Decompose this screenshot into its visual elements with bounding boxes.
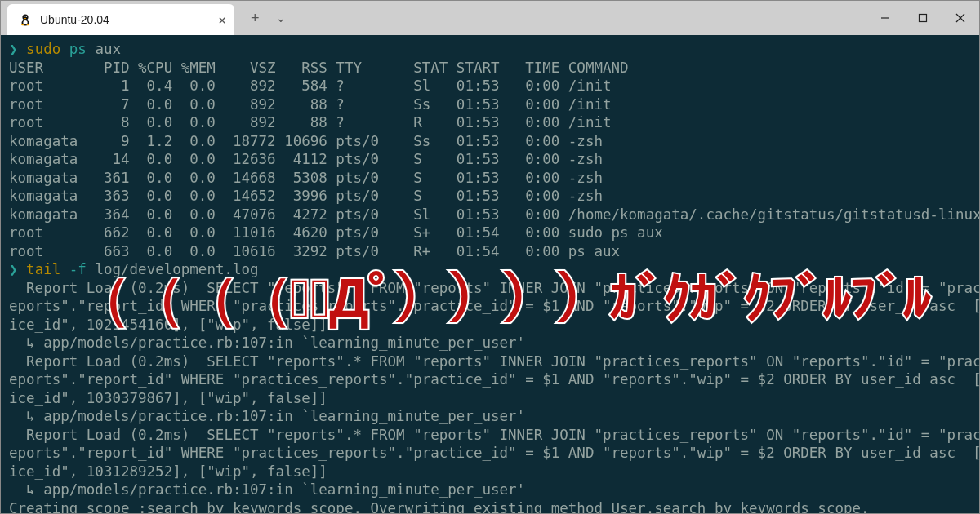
tab-title: Ubuntu-20.04 [40,13,109,26]
maximize-button[interactable] [904,1,942,35]
window-controls [866,1,979,35]
tux-icon [19,13,32,26]
cmd-tail: tail [26,261,60,277]
prompt-symbol: ❯ [9,41,18,57]
ps-output: root 1 0.4 0.0 892 584 ? Sl 01:53 0:00 /… [9,78,979,259]
svg-point-2 [23,20,27,24]
tab-ubuntu[interactable]: Ubuntu-20.04 × [7,4,234,35]
svg-point-8 [26,24,29,25]
minimize-button[interactable] [866,1,904,35]
new-tab-button[interactable]: + [251,10,260,27]
close-icon[interactable]: × [218,12,226,28]
terminal[interactable]: ❯ sudo ps aux USER PID %CPU %MEM VSZ RSS… [1,35,979,513]
tab-dropdown-button[interactable]: ⌄ [276,11,286,24]
cmd-sudo: sudo [26,41,60,57]
cmd-logpath: log/development.log [95,261,258,277]
svg-point-5 [24,16,25,17]
cmd-ps: ps [69,41,87,57]
log-output: Report Load (0.2ms) SELECT "reports".* F… [9,280,979,514]
svg-point-6 [26,16,27,17]
svg-point-7 [21,24,24,25]
cmd-flag: -f [69,261,87,277]
prompt-symbol: ❯ [9,261,18,277]
svg-point-0 [22,14,28,20]
ps-header: USER PID %CPU %MEM VSZ RSS TTY STAT STAR… [9,60,629,76]
titlebar: Ubuntu-20.04 × + ⌄ [1,1,979,35]
tab-actions: + ⌄ [251,1,286,35]
svg-rect-10 [920,15,927,22]
app-window: Ubuntu-20.04 × + ⌄ ❯ sudo ps aux USER PI… [0,0,980,514]
cmd-args: aux [95,41,121,57]
close-window-button[interactable] [942,1,979,35]
